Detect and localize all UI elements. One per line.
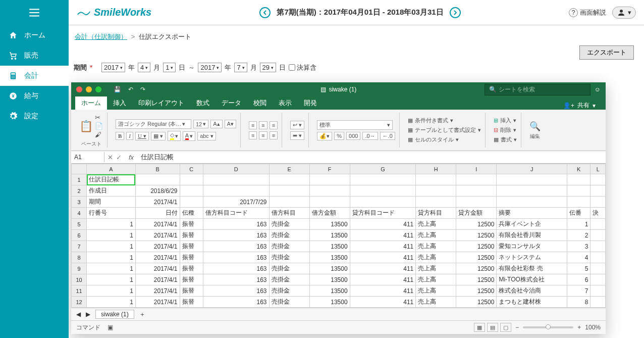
cell[interactable] xyxy=(497,185,567,197)
cell[interactable]: 163 xyxy=(203,274,269,285)
cell[interactable] xyxy=(203,174,269,185)
cell[interactable]: 12500 xyxy=(456,219,497,230)
cell[interactable]: 振替 xyxy=(180,297,203,308)
grow-font[interactable]: A▴ xyxy=(210,120,222,128)
cell[interactable]: 2018/6/29 xyxy=(135,185,180,197)
qat-redo-icon[interactable]: ↷ xyxy=(140,86,145,93)
cell[interactable]: 2017/4/1 xyxy=(135,263,180,274)
border-button[interactable]: ▦ ▾ xyxy=(151,132,166,140)
find-icon[interactable]: 🔍 xyxy=(529,121,541,132)
tbl-fmt-icon[interactable]: ▦ xyxy=(408,127,413,133)
cell[interactable]: 借方金額 xyxy=(309,208,350,219)
cell[interactable] xyxy=(456,185,497,197)
fx-icon[interactable]: fx xyxy=(125,154,138,161)
cell[interactable] xyxy=(591,241,606,252)
row-header[interactable]: 3 xyxy=(72,197,87,208)
cell[interactable] xyxy=(269,174,309,185)
cell[interactable]: 売掛金 xyxy=(269,263,309,274)
cell[interactable] xyxy=(497,197,567,208)
cell[interactable] xyxy=(309,185,350,197)
smiley-icon[interactable]: ☺ xyxy=(595,86,601,93)
spreadsheet[interactable]: ABCDEFGHIJKL1仕訳日記帳2作成日2018/6/293期間2017/4… xyxy=(71,164,606,308)
tab-next[interactable]: ▶ xyxy=(86,311,90,318)
cell[interactable]: 1 xyxy=(87,285,136,297)
cell[interactable]: 売掛金 xyxy=(269,219,309,230)
cell[interactable]: 12500 xyxy=(456,241,497,252)
font-name-select[interactable]: 游ゴシック Regular (本… ▾ xyxy=(116,119,191,129)
cell[interactable] xyxy=(591,219,606,230)
cell[interactable]: 2017/4/1 xyxy=(135,297,180,308)
cell[interactable] xyxy=(203,185,269,197)
cell[interactable] xyxy=(309,197,350,208)
cell[interactable]: 2017/4/1 xyxy=(135,274,180,285)
cell[interactable]: 1 xyxy=(87,263,136,274)
row-header[interactable]: 1 xyxy=(72,174,87,185)
year2-select[interactable]: 2017▾ xyxy=(198,63,222,72)
col-header[interactable]: J xyxy=(497,164,567,174)
day2-select[interactable]: 29▾ xyxy=(260,63,276,72)
month1-select[interactable]: 4▾ xyxy=(138,63,150,72)
cell[interactable]: 411 xyxy=(350,285,416,297)
cell[interactable]: 伝種 xyxy=(180,208,203,219)
cell[interactable] xyxy=(180,185,203,197)
cell[interactable]: 売上高 xyxy=(416,274,456,285)
confirm-icon[interactable]: ✓ xyxy=(116,154,122,161)
tab-data[interactable]: データ xyxy=(216,96,247,110)
cell[interactable] xyxy=(591,263,606,274)
cell[interactable] xyxy=(416,197,456,208)
font-size-select[interactable]: 12 ▾ xyxy=(193,120,208,128)
cell[interactable]: 2017/4/1 xyxy=(135,285,180,297)
cond-fmt-icon[interactable]: ▦ xyxy=(408,117,413,124)
cell[interactable] xyxy=(591,274,606,285)
col-header[interactable]: K xyxy=(567,164,591,174)
cell[interactable]: Mi-TOO株式会社 xyxy=(497,274,567,285)
row-header[interactable]: 5 xyxy=(72,219,87,230)
comma-button[interactable]: 000 xyxy=(346,132,360,140)
tab-layout[interactable]: 印刷レイアウト xyxy=(132,96,190,110)
sheet-tab[interactable]: siwake (1) xyxy=(95,310,134,319)
cell[interactable]: 13500 xyxy=(309,263,350,274)
nav-settings[interactable]: 設定 xyxy=(0,106,69,126)
cell[interactable]: 1 xyxy=(87,219,136,230)
zoom-in[interactable]: + xyxy=(577,324,581,331)
align-left[interactable]: ≡ xyxy=(249,131,257,139)
qat-save-icon[interactable]: 💾 xyxy=(114,86,121,93)
cell[interactable] xyxy=(456,197,497,208)
cell[interactable] xyxy=(567,197,591,208)
cell[interactable]: 1 xyxy=(87,230,136,241)
cell[interactable]: 1 xyxy=(87,297,136,308)
formula-input[interactable]: 仕訳日記帳 xyxy=(138,151,177,163)
cell[interactable] xyxy=(591,230,606,241)
cell[interactable]: 12500 xyxy=(456,285,497,297)
cell[interactable]: 411 xyxy=(350,219,416,230)
cell[interactable]: 作成日 xyxy=(87,185,136,197)
cell[interactable]: 7 xyxy=(567,285,591,297)
col-header[interactable]: G xyxy=(350,164,416,174)
cell[interactable] xyxy=(135,174,180,185)
row-header[interactable]: 4 xyxy=(72,208,87,219)
cell[interactable]: 163 xyxy=(203,297,269,308)
col-header[interactable]: F xyxy=(309,164,350,174)
sheet-area[interactable]: ABCDEFGHIJKL1仕訳日記帳2作成日2018/6/293期間2017/4… xyxy=(71,164,606,308)
cell[interactable]: 2017/4/1 xyxy=(135,219,180,230)
settlement-checkbox[interactable] xyxy=(289,64,295,71)
cell[interactable] xyxy=(350,197,416,208)
percent-button[interactable]: % xyxy=(334,132,344,140)
underline-button[interactable]: U ▾ xyxy=(135,132,149,140)
cell[interactable] xyxy=(350,174,416,185)
cell[interactable]: 411 xyxy=(350,252,416,263)
cell[interactable]: 振替 xyxy=(180,285,203,297)
nav-home[interactable]: ホーム xyxy=(0,25,69,45)
cell[interactable]: 12500 xyxy=(456,274,497,285)
cell[interactable]: 振替 xyxy=(180,263,203,274)
cell[interactable]: 貸方科目コード xyxy=(350,208,416,219)
cell[interactable] xyxy=(591,297,606,308)
cell[interactable]: 4 xyxy=(567,252,591,263)
cell[interactable]: 行番号 xyxy=(87,208,136,219)
shrink-font[interactable]: A▾ xyxy=(225,120,236,128)
col-header[interactable]: I xyxy=(456,164,497,174)
year1-select[interactable]: 2017▾ xyxy=(101,63,125,72)
col-header[interactable]: A xyxy=(87,164,136,174)
cell[interactable]: 売上高 xyxy=(416,297,456,308)
cell[interactable]: 売掛金 xyxy=(269,297,309,308)
